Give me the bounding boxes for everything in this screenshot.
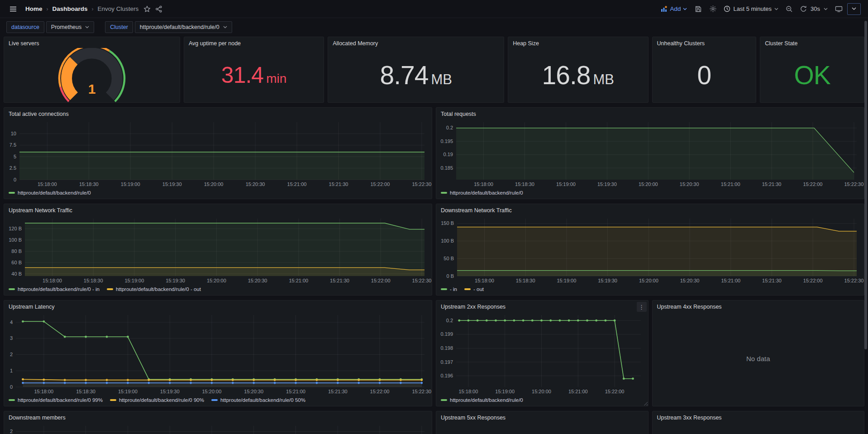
svg-text:5: 5	[14, 154, 16, 159]
svg-text:15:18:00: 15:18:00	[458, 389, 478, 394]
upstream-5xx-responses-chart[interactable]	[436, 422, 648, 434]
panel-title[interactable]: Total active connections	[4, 108, 432, 119]
panel-title[interactable]: Downstream Network Traffic	[436, 204, 864, 215]
variable-datasource-value[interactable]: Prometheus	[46, 21, 94, 33]
svg-text:15:21:00: 15:21:00	[286, 389, 305, 394]
legend-series-color	[464, 288, 471, 290]
panel-title[interactable]: Upstream 5xx Responses	[436, 411, 648, 422]
chart-legend: httproute/default/backend/rule/0	[4, 189, 432, 199]
panel-menu-kebab-icon[interactable]: ⋮	[637, 302, 647, 312]
panel-resize-handle[interactable]	[644, 401, 648, 405]
zoom-out-icon[interactable]	[783, 3, 795, 15]
legend-item[interactable]: httproute/default/backend/rule/0 - out	[107, 286, 201, 292]
svg-text:0.195: 0.195	[440, 138, 453, 144]
downstream-network-traffic-chart[interactable]: 15:18:0015:18:3015:19:0015:19:3015:20:00…	[436, 215, 864, 285]
svg-text:0.185: 0.185	[440, 165, 453, 171]
upstream-network-traffic-chart[interactable]: 15:18:0015:18:3015:19:0015:19:3015:20:00…	[4, 215, 432, 285]
legend-item[interactable]: httproute/default/backend/rule/0 99%	[9, 397, 103, 403]
variable-datasource-label[interactable]: datasource	[6, 21, 44, 33]
svg-text:15:20:00: 15:20:00	[639, 181, 658, 187]
top-nav-bar: Home › Dashboards › Envoy Clusters Add L…	[0, 0, 868, 18]
panel-heap-size: Heap Size 16.8MB	[508, 37, 648, 103]
breadcrumb-separator: ›	[92, 6, 94, 12]
svg-text:0 B: 0 B	[446, 273, 454, 279]
panel-downstream-members: Downstream members 15:18:0015:18:3015:19…	[4, 411, 432, 434]
tv-mode-icon[interactable]	[833, 3, 844, 15]
legend-series-color	[441, 288, 447, 290]
panel-title[interactable]: Upstream 2xx Responses	[436, 300, 648, 311]
upstream-3xx-responses-chart[interactable]	[653, 422, 864, 434]
share-icon[interactable]	[153, 3, 165, 15]
panel-title[interactable]: Cluster State	[760, 37, 864, 48]
total-requests-chart[interactable]: 15:18:0015:18:3015:19:0015:19:3015:20:00…	[436, 119, 864, 189]
svg-text:15:19:00: 15:19:00	[556, 181, 576, 187]
panel-title[interactable]: Live servers	[4, 37, 180, 48]
svg-text:15:21:00: 15:21:00	[289, 278, 308, 283]
add-button[interactable]: Add	[658, 5, 690, 12]
svg-text:0.198: 0.198	[440, 345, 453, 351]
legend-item[interactable]: httproute/default/backend/rule/0 90%	[110, 397, 204, 403]
svg-text:1: 1	[10, 368, 13, 373]
chart-legend: httproute/default/backend/rule/0	[436, 396, 648, 406]
legend-series-color	[107, 288, 113, 290]
panel-title[interactable]: Heap Size	[508, 37, 648, 48]
legend-item[interactable]: httproute/default/backend/rule/0	[441, 190, 523, 196]
panel-title[interactable]: Upstream Latency	[4, 300, 432, 311]
svg-text:15:19:00: 15:19:00	[495, 389, 515, 394]
upstream-latency-chart[interactable]: 15:18:0015:18:3015:19:0015:19:3015:20:00…	[4, 311, 432, 396]
variable-cluster-value[interactable]: httproute/default/backend/rule/0	[135, 21, 232, 33]
svg-text:60 B: 60 B	[11, 260, 22, 265]
dashboard-grid: Live servers 1 Avg uptime per node 31.4m…	[0, 36, 868, 434]
legend-item[interactable]: - out	[464, 286, 484, 292]
stat-value-group: 16.8MB	[508, 48, 648, 102]
breadcrumb-dashboards[interactable]: Dashboards	[52, 5, 88, 12]
panel-title[interactable]: Upstream 3xx Responses	[653, 411, 864, 422]
legend-item[interactable]: - in	[441, 286, 457, 292]
svg-text:15:20:00: 15:20:00	[207, 278, 226, 283]
svg-text:15:20:00: 15:20:00	[532, 389, 551, 394]
panel-title[interactable]: Unhealthy Clusters	[653, 37, 756, 48]
breadcrumb-home[interactable]: Home	[25, 5, 43, 12]
legend-item[interactable]: httproute/default/backend/rule/0 - in	[9, 286, 100, 292]
legend-series-color	[441, 192, 447, 194]
panel-title[interactable]: Total requests	[436, 108, 864, 119]
variable-cluster: Cluster httproute/default/backend/rule/0	[105, 21, 232, 33]
panel-title[interactable]: Downstream members	[4, 411, 432, 422]
svg-text:2.5: 2.5	[10, 165, 16, 171]
svg-text:15:22:00: 15:22:00	[370, 181, 390, 187]
panel-title[interactable]: Upstream Network Traffic	[4, 204, 432, 215]
save-icon[interactable]	[692, 3, 704, 15]
legend-series-color	[9, 192, 15, 194]
vertical-scrollbar[interactable]	[864, 21, 867, 349]
chart-legend: - in- out	[436, 285, 864, 295]
svg-text:15:21:00: 15:21:00	[287, 181, 307, 187]
gear-icon[interactable]	[707, 3, 719, 15]
legend-item[interactable]: httproute/default/backend/rule/0 50%	[211, 397, 305, 403]
total-active-connections-chart[interactable]: 15:18:0015:18:3015:19:0015:19:3015:20:00…	[4, 119, 432, 189]
panel-title[interactable]: Avg uptime per node	[184, 37, 324, 48]
variable-cluster-label[interactable]: Cluster	[105, 21, 133, 33]
time-range-picker[interactable]: Last 5 minutes	[721, 5, 781, 12]
star-icon[interactable]	[141, 3, 153, 15]
svg-text:2: 2	[10, 352, 13, 357]
svg-text:15:19:30: 15:19:30	[166, 278, 185, 283]
chevron-down-icon	[223, 26, 227, 29]
panel-title[interactable]: Allocated Memory	[328, 37, 504, 48]
downstream-members-chart[interactable]: 15:18:0015:18:3015:19:0015:19:3015:20:00…	[4, 422, 432, 434]
legend-series-color	[110, 399, 116, 401]
panel-upstream-latency: Upstream Latency 15:18:0015:18:3015:19:0…	[4, 300, 432, 406]
legend-item[interactable]: httproute/default/backend/rule/0	[9, 190, 91, 196]
svg-text:0.197: 0.197	[440, 359, 453, 365]
upstream-2xx-responses-chart[interactable]: 15:18:0015:19:0015:20:0015:21:0015:22:00…	[436, 311, 648, 396]
chevron-down-icon	[774, 8, 778, 10]
panel-allocated-memory: Allocated Memory 8.74MB	[328, 37, 504, 103]
chart-legend: httproute/default/backend/rule/0 99%http…	[4, 396, 432, 406]
refresh-control[interactable]: 30s	[798, 5, 830, 12]
panel-title[interactable]: Upstream 4xx Responses	[653, 300, 864, 311]
menu-icon[interactable]	[7, 3, 19, 15]
collapse-chevron-button[interactable]	[847, 3, 861, 15]
dashboard-variables-bar: datasource Prometheus Cluster httproute/…	[0, 18, 868, 36]
legend-item[interactable]: httproute/default/backend/rule/0	[441, 397, 523, 403]
svg-text:15:21:30: 15:21:30	[329, 181, 348, 187]
legend-series-color	[441, 399, 447, 401]
